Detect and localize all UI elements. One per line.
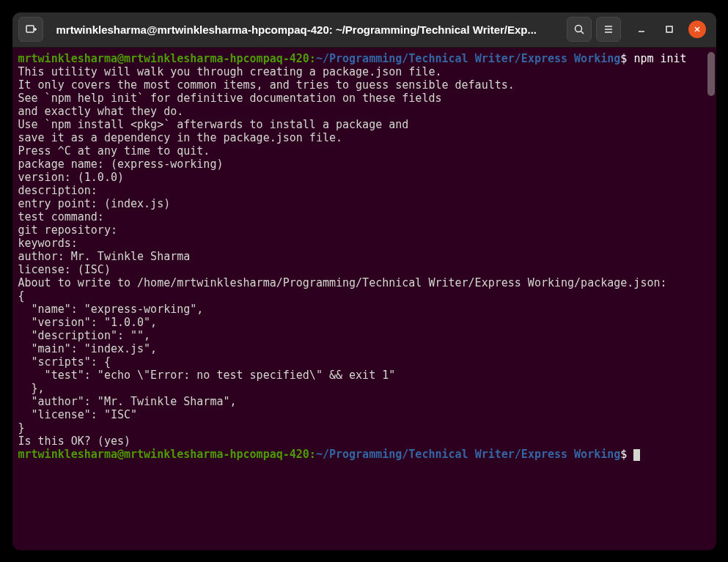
- prompt-dollar: $: [620, 448, 627, 461]
- output-line: license: (ISC): [18, 263, 710, 276]
- new-tab-button[interactable]: [18, 17, 43, 42]
- cursor: [633, 449, 640, 461]
- prompt-user: mrtwinklesharma@mrtwinklesharma-hpcompaq…: [18, 52, 309, 65]
- hamburger-icon: [603, 23, 614, 35]
- svg-line-4: [581, 32, 584, 34]
- prompt-line: mrtwinklesharma@mrtwinklesharma-hpcompaq…: [18, 52, 710, 65]
- search-button[interactable]: [567, 17, 592, 42]
- output-line: test command:: [18, 210, 710, 223]
- output-line: "license": "ISC": [18, 408, 710, 421]
- titlebar: mrtwinklesharma@mrtwinklesharma-hpcompaq…: [12, 12, 716, 48]
- minimize-icon: [637, 25, 646, 34]
- output-line: save it as a dependency in the package.j…: [18, 131, 710, 144]
- output-line: It only covers the most common items, an…: [18, 78, 710, 92]
- window-title: mrtwinklesharma@mrtwinklesharma-hpcompaq…: [48, 23, 562, 36]
- output-line: }: [18, 421, 710, 435]
- output-line: version: (1.0.0): [18, 171, 710, 184]
- output-line: "description": "",: [18, 329, 710, 342]
- output-line: },: [18, 382, 710, 395]
- output-line: {: [18, 289, 710, 303]
- output-line: "scripts": {: [18, 355, 710, 369]
- output-line: and exactly what they do.: [18, 105, 710, 118]
- output-line: See `npm help init` for definitive docum…: [18, 92, 710, 105]
- prompt-path: ~/Programming/Technical Writer/Express W…: [316, 52, 620, 65]
- scrollbar-thumb[interactable]: [707, 52, 715, 96]
- close-icon: [693, 25, 702, 34]
- svg-rect-0: [26, 26, 34, 32]
- output-line: entry point: (index.js): [18, 197, 710, 210]
- maximize-icon: [665, 25, 674, 34]
- output-line: "author": "Mr. Twinkle Sharma",: [18, 395, 710, 408]
- command-text: npm init: [633, 52, 686, 65]
- new-tab-icon: [25, 23, 37, 35]
- output-line: "main": "index.js",: [18, 342, 710, 355]
- output-line: "test": "echo \"Error: no test specified…: [18, 369, 710, 382]
- output-line: git repository:: [18, 223, 710, 237]
- output-line: About to write to /home/mrtwinklesharma/…: [18, 276, 710, 289]
- terminal-body[interactable]: mrtwinklesharma@mrtwinklesharma-hpcompaq…: [12, 48, 716, 550]
- search-icon: [573, 23, 585, 35]
- maximize-button[interactable]: [661, 21, 678, 38]
- prompt-line: mrtwinklesharma@mrtwinklesharma-hpcompaq…: [18, 448, 710, 461]
- output-line: This utility will walk you through creat…: [18, 65, 710, 78]
- output-line: keywords:: [18, 237, 710, 250]
- output-line: package name: (express-working): [18, 158, 710, 171]
- close-button[interactable]: [688, 21, 706, 38]
- prompt-dollar: $: [620, 52, 627, 65]
- terminal-window: mrtwinklesharma@mrtwinklesharma-hpcompaq…: [12, 12, 716, 550]
- output-line: Is this OK? (yes): [18, 435, 710, 448]
- output-line: author: Mr. Twinkle Sharma: [18, 250, 710, 263]
- minimize-button[interactable]: [633, 21, 650, 38]
- output-line: description:: [18, 184, 710, 197]
- output-line: Press ^C at any time to quit.: [18, 144, 710, 158]
- menu-button[interactable]: [596, 17, 621, 42]
- svg-rect-9: [666, 26, 672, 32]
- output-line: "name": "express-working",: [18, 303, 710, 316]
- window-controls: [633, 21, 706, 38]
- svg-point-3: [575, 26, 581, 32]
- output-line: "version": "1.0.0",: [18, 316, 710, 329]
- prompt-user: mrtwinklesharma@mrtwinklesharma-hpcompaq…: [18, 448, 309, 461]
- output-line: Use `npm install <pkg>` afterwards to in…: [18, 118, 710, 131]
- prompt-path: ~/Programming/Technical Writer/Express W…: [316, 448, 620, 461]
